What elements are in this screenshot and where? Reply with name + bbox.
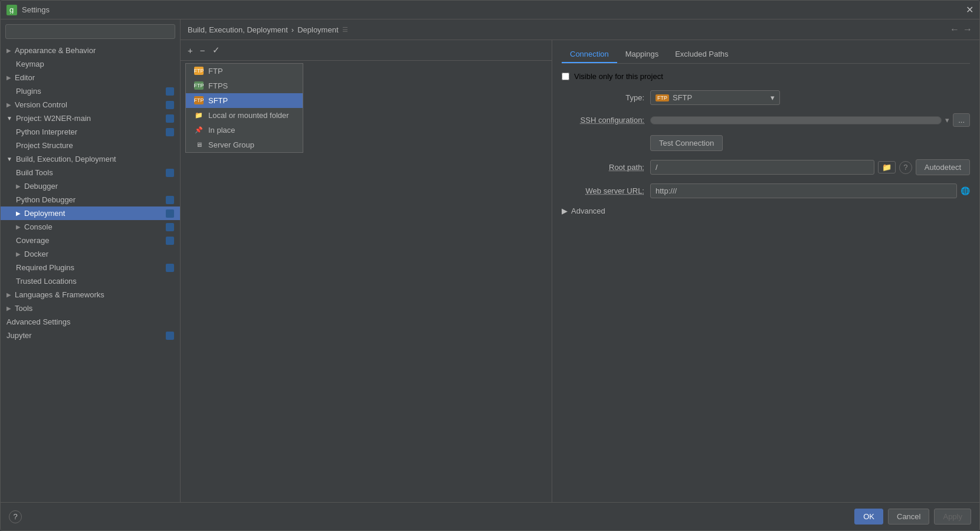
visible-only-label: Visible only for this project	[574, 72, 663, 81]
sftp-type-icon: FTP	[655, 94, 669, 101]
ssh-combo-field[interactable]	[650, 116, 942, 124]
sidebar-item-label: Python Debugger	[16, 195, 76, 204]
sidebar-item-trusted-locations[interactable]: Trusted Locations	[1, 274, 180, 288]
cancel-button[interactable]: Cancel	[888, 509, 929, 525]
sidebar-item-console[interactable]: ▶ Console	[1, 220, 180, 234]
tabs: Connection Mappings Excluded Paths	[562, 46, 970, 64]
check-button[interactable]: ✓	[210, 44, 222, 57]
ssh-row: SSH configuration: ▾ ...	[562, 113, 970, 127]
sidebar-item-deployment[interactable]: ▶ Deployment	[1, 206, 180, 220]
sidebar-item-label: Appearance & Behavior	[15, 46, 96, 55]
sidebar-item-jupyter[interactable]: Jupyter	[1, 329, 180, 342]
nav-back-button[interactable]: ←	[950, 24, 959, 35]
sidebar-item-project-structure[interactable]: Project Structure	[1, 139, 180, 152]
sftp-icon: FTP	[194, 96, 204, 104]
sidebar-item-languages[interactable]: ▶ Languages & Frameworks	[1, 288, 180, 301]
sidebar-item-label: Project: W2NER-main	[16, 114, 91, 123]
badge	[166, 209, 174, 218]
sidebar-item-appearance[interactable]: ▶ Appearance & Behavior	[1, 44, 180, 57]
folder-icon: 📁	[194, 111, 204, 119]
root-path-input[interactable]	[650, 160, 874, 175]
nav-fwd-button[interactable]: →	[963, 24, 972, 35]
sidebar-item-required-plugins[interactable]: Required Plugins	[1, 261, 180, 274]
browse-folder-button[interactable]: 📁	[878, 161, 896, 173]
sidebar-item-build-execution[interactable]: ▼ Build, Execution, Deployment	[1, 152, 180, 166]
sidebar-item-label: Editor	[15, 73, 35, 82]
add-server-button[interactable]: +	[185, 44, 195, 57]
sidebar-item-plugins[interactable]: Plugins	[1, 84, 180, 98]
sidebar-item-python-interpreter[interactable]: Python Interpreter	[1, 125, 180, 139]
add-dropdown-wrapper: + FTP FTP FTP FTPS	[185, 44, 195, 57]
arrow-icon: ▶	[6, 291, 11, 298]
root-path-row: Root path: 📁 ? Autodetect	[562, 159, 970, 175]
sidebar-item-debugger[interactable]: ▶ Debugger	[1, 179, 180, 193]
visible-only-checkbox[interactable]	[562, 73, 569, 80]
help-button[interactable]: ?	[9, 510, 22, 523]
badge	[166, 223, 174, 231]
ssh-ellipsis-button[interactable]: ...	[953, 113, 970, 127]
breadcrumb-icon: ☰	[342, 26, 348, 34]
sidebar-item-python-debugger[interactable]: Python Debugger	[1, 193, 180, 206]
sidebar-item-editor[interactable]: ▶ Editor	[1, 71, 180, 84]
inplace-icon: 📌	[194, 126, 204, 134]
advanced-section[interactable]: ▶ Advanced	[562, 206, 970, 215]
dropdown-item-inplace[interactable]: 📌 In place	[186, 123, 303, 137]
sidebar-item-project[interactable]: ▼ Project: W2NER-main	[1, 112, 180, 125]
badge	[166, 196, 174, 204]
tab-mappings[interactable]: Mappings	[617, 46, 667, 63]
type-label: Type:	[562, 93, 644, 102]
dropdown-item-servergroup[interactable]: 🖥 Server Group	[186, 137, 303, 152]
search-input[interactable]	[5, 24, 175, 39]
root-path-help-button[interactable]: ?	[899, 161, 912, 174]
dropdown-item-sftp[interactable]: FTP SFTP	[186, 93, 303, 108]
sidebar-item-label: Jupyter	[6, 331, 32, 340]
dropdown-item-ftp[interactable]: FTP FTP	[186, 64, 303, 78]
web-url-input[interactable]	[650, 183, 957, 198]
close-button[interactable]: ✕	[966, 4, 974, 15]
sidebar-item-keymap[interactable]: Keymap	[1, 57, 180, 71]
sidebar: ▶ Appearance & Behavior Keymap ▶ Editor …	[1, 19, 181, 502]
test-connection-button[interactable]: Test Connection	[650, 135, 723, 151]
autodetect-button[interactable]: Autodetect	[916, 159, 970, 175]
sidebar-item-label: Build Tools	[16, 168, 53, 177]
breadcrumb: Build, Execution, Deployment › Deploymen…	[188, 25, 348, 34]
arrow-icon: ▶	[16, 183, 21, 189]
tab-connection[interactable]: Connection	[562, 46, 617, 63]
sidebar-item-coverage[interactable]: Coverage	[1, 234, 180, 247]
visible-only-row: Visible only for this project	[562, 72, 970, 81]
sidebar-item-advanced-settings[interactable]: Advanced Settings	[1, 315, 180, 329]
sidebar-item-tools[interactable]: ▶ Tools	[1, 301, 180, 315]
sidebar-item-label: Plugins	[16, 87, 41, 96]
arrow-icon: ▶	[6, 101, 11, 108]
sidebar-item-label: Python Interpreter	[16, 127, 77, 136]
breadcrumb-current: Deployment	[297, 25, 338, 34]
advanced-label: Advanced	[571, 206, 605, 215]
badge	[166, 237, 174, 245]
titlebar: g Settings ✕	[1, 1, 979, 19]
ok-button[interactable]: OK	[854, 509, 883, 525]
sidebar-item-label: Console	[24, 222, 53, 231]
remove-server-button[interactable]: −	[198, 44, 208, 57]
arrow-icon: ▶	[6, 47, 11, 54]
main-content: ▶ Appearance & Behavior Keymap ▶ Editor …	[1, 19, 979, 502]
dropdown-label-local: Local or mounted folder	[208, 111, 289, 120]
type-select[interactable]: FTP SFTP ▾	[650, 90, 780, 105]
header-nav: ← →	[950, 24, 972, 35]
sidebar-item-version-control[interactable]: ▶ Version Control	[1, 98, 180, 112]
sidebar-item-docker[interactable]: ▶ Docker	[1, 247, 180, 261]
type-value-text: SFTP	[673, 93, 692, 102]
badge	[166, 128, 174, 136]
servergroup-icon: 🖥	[194, 140, 204, 149]
breadcrumb-sep: ›	[291, 25, 294, 34]
settings-panel: Connection Mappings Excluded Paths Visib…	[552, 40, 979, 502]
dialog-title: Settings	[22, 5, 50, 14]
titlebar-left: g Settings	[6, 5, 50, 15]
server-list-toolbar: + FTP FTP FTP FTPS	[181, 40, 552, 61]
arrow-icon: ▶	[16, 251, 21, 257]
dropdown-item-local[interactable]: 📁 Local or mounted folder	[186, 108, 303, 123]
dropdown-item-ftps[interactable]: FTP FTPS	[186, 78, 303, 93]
tab-excluded-paths[interactable]: Excluded Paths	[667, 46, 736, 63]
apply-button[interactable]: Apply	[934, 509, 971, 525]
sidebar-item-label: Keymap	[16, 60, 44, 68]
sidebar-item-build-tools[interactable]: Build Tools	[1, 166, 180, 179]
